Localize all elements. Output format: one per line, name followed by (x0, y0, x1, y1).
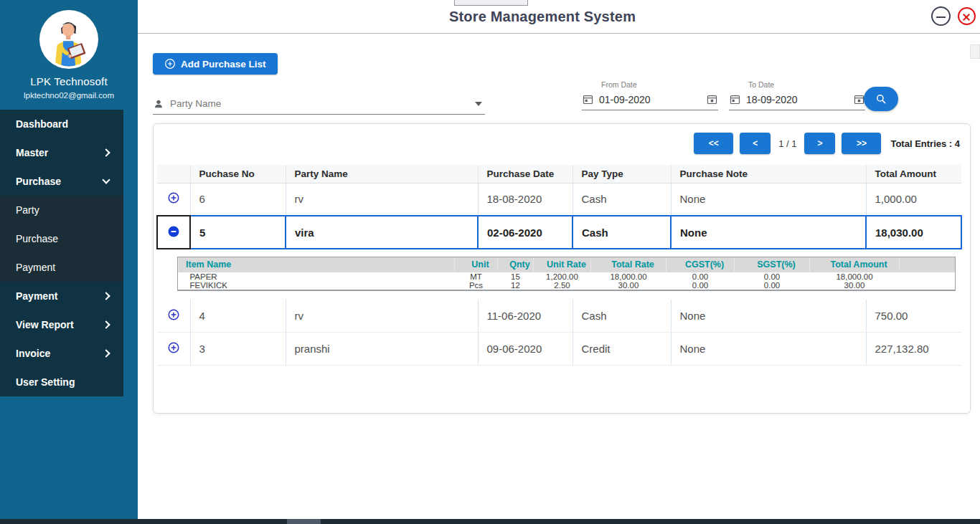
table-row: 3 pranshi 09-06-2020 Credit None 227,132… (157, 333, 961, 366)
detail-item-row: PAPER MT 15 1,200.00 18,000.00 0.00 0.00… (179, 272, 956, 281)
col-item-name: Item Name (179, 257, 455, 272)
from-date-value[interactable]: 01-09-2020 (599, 94, 706, 105)
add-purchase-list-button[interactable]: Add Purchase List (153, 53, 278, 75)
top-edge-box (454, 0, 528, 6)
expand-column-header (157, 165, 190, 183)
search-button[interactable] (864, 87, 898, 111)
col-pay-type: Pay Type (573, 165, 671, 183)
col-party-name: Party Name (286, 165, 478, 183)
table-row-expanded: 5 vira 02-06-2020 Cash None 18,030.00 (157, 216, 961, 249)
table-row: 4 rv 11-06-2020 Cash None 750.00 (157, 300, 961, 333)
calendar-picker-icon[interactable] (706, 93, 718, 105)
circle-plus-icon (167, 341, 180, 354)
pagination-prev-button[interactable]: < (740, 133, 771, 154)
col-purchase-date: Purchase Date (478, 165, 573, 183)
sidebar-item-user-setting[interactable]: User Setting (0, 368, 123, 396)
search-icon (875, 92, 887, 105)
col-filler (900, 257, 956, 272)
col-purchase-no: Puchase No (190, 165, 286, 183)
circle-plus-icon (164, 58, 176, 70)
expand-row-button[interactable] (167, 341, 180, 354)
taskbar-segment (287, 519, 321, 524)
pagination-last-button[interactable]: >> (842, 133, 881, 154)
detail-row: Item Name Unit Qnty Unit Rate Total Rate… (157, 249, 961, 300)
to-date-value[interactable]: 18-09-2020 (746, 94, 853, 105)
minimize-button[interactable] (931, 6, 951, 26)
sidebar-item-view-report[interactable]: View Report (0, 310, 123, 339)
party-name-select[interactable]: Party Name (153, 93, 485, 115)
calendar-icon (582, 93, 594, 105)
pagination-first-button[interactable]: << (694, 133, 733, 154)
app-header: Store Management System (138, 0, 980, 34)
chevron-right-icon (102, 320, 110, 328)
chevron-right-icon (102, 349, 110, 357)
table-header-row: Puchase No Party Name Purchase Date Pay … (157, 165, 961, 183)
detail-header-row: Item Name Unit Qnty Unit Rate Total Rate… (179, 257, 956, 272)
expand-row-button[interactable] (167, 191, 180, 204)
scrollbar-stub[interactable] (970, 44, 980, 59)
sidebar-subitem-payment[interactable]: Payment (0, 253, 123, 282)
col-unit-rate: Unit Rate (534, 257, 591, 272)
sidebar-item-invoice[interactable]: Invoice (0, 339, 123, 368)
page-indicator: 1 / 1 (778, 138, 796, 149)
profile-name: LPK Technosoft (0, 75, 138, 87)
purchase-list-card: << < 1 / 1 > >> Total Entries : 4 Puchas… (153, 123, 971, 414)
sidebar-menu: Dashboard Master Purchase Party Purchase… (0, 110, 123, 396)
detail-item-row: FEVIKICK Pcs 12 2.50 30.00 0.00 0.00 30.… (179, 281, 956, 290)
person-illustration-icon (41, 11, 97, 67)
pagination: << < 1 / 1 > >> Total Entries : 4 (694, 133, 960, 154)
col-qnty: Qnty (498, 257, 534, 272)
table-row: 6 rv 18-08-2020 Cash None 1,000.00 (157, 183, 961, 216)
chevron-right-icon (102, 292, 110, 300)
page-title: Store Management System (449, 9, 636, 25)
circle-plus-icon (167, 308, 180, 321)
sidebar-item-payment[interactable]: Payment (0, 282, 123, 310)
col-unit: Unit (455, 257, 498, 272)
collapse-row-button[interactable] (167, 225, 180, 238)
avatar (39, 10, 98, 69)
to-date-field[interactable]: To Date 18-09-2020 (729, 80, 865, 110)
calendar-icon (729, 93, 741, 105)
filter-bar: Party Name From Date 01-09-2020 To (153, 80, 971, 116)
col-sgst: SGST(%) (735, 257, 810, 272)
profile-block: LPK Technosoft lpktechno02@gmail.com (0, 0, 138, 100)
to-date-label: To Date (748, 80, 865, 89)
close-button[interactable] (958, 7, 976, 25)
sidebar-item-dashboard[interactable]: Dashboard (0, 110, 123, 138)
party-name-placeholder: Party Name (170, 98, 221, 109)
pagination-next-button[interactable]: > (804, 133, 835, 154)
taskbar-edge (0, 519, 980, 524)
col-total-amount: Total Amount (866, 165, 961, 183)
from-date-label: From Date (601, 80, 718, 89)
col-item-total-amount: Total Amount (810, 257, 900, 272)
sidebar-item-purchase[interactable]: Purchase (0, 167, 123, 196)
sidebar-item-master[interactable]: Master (0, 138, 123, 167)
chevron-right-icon (102, 148, 110, 156)
sidebar-subitem-party[interactable]: Party (0, 196, 123, 224)
sidebar-subitem-purchase[interactable]: Purchase (0, 224, 123, 253)
dropdown-arrow-icon (475, 102, 482, 106)
profile-email: lpktechno02@gmail.com (0, 91, 138, 100)
col-purchase-note: Purchase Note (671, 165, 866, 183)
expand-row-button[interactable] (167, 308, 180, 321)
total-entries: Total Entries : 4 (890, 138, 960, 149)
item-detail-table: Item Name Unit Qnty Unit Rate Total Rate… (177, 257, 956, 291)
circle-plus-icon (167, 191, 180, 204)
from-date-field[interactable]: From Date 01-09-2020 (582, 80, 718, 110)
chevron-down-icon (102, 176, 110, 184)
circle-minus-icon (167, 225, 180, 238)
sidebar: LPK Technosoft lpktechno02@gmail.com Das… (0, 0, 138, 519)
col-total-rate: Total Rate (591, 257, 666, 272)
main-area: Store Management System Add Purchase Lis… (138, 0, 980, 524)
purchase-table: Puchase No Party Name Purchase Date Pay … (156, 165, 961, 366)
person-icon (153, 98, 164, 110)
col-cgst: CGST(%) (666, 257, 735, 272)
purchase-submenu: Party Purchase Payment (0, 196, 123, 282)
